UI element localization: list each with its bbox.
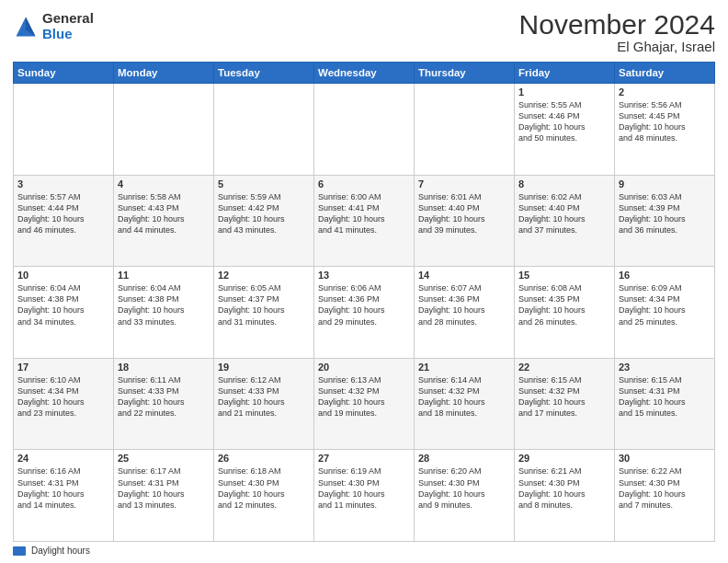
calendar-cell: 10Sunrise: 6:04 AMSunset: 4:38 PMDayligh… bbox=[14, 267, 114, 359]
calendar-cell: 16Sunrise: 6:09 AMSunset: 4:34 PMDayligh… bbox=[615, 267, 715, 359]
calendar-cell bbox=[314, 84, 415, 176]
day-detail: Sunrise: 6:03 AMSunset: 4:39 PMDaylight:… bbox=[619, 191, 711, 236]
calendar-week-row: 3Sunrise: 5:57 AMSunset: 4:44 PMDaylight… bbox=[14, 175, 715, 267]
day-detail: Sunrise: 6:08 AMSunset: 4:35 PMDaylight:… bbox=[518, 282, 610, 327]
day-number: 4 bbox=[118, 178, 210, 190]
logo-blue: Blue bbox=[42, 27, 94, 42]
day-detail: Sunrise: 6:16 AMSunset: 4:31 PMDaylight:… bbox=[17, 465, 109, 511]
calendar-cell: 8Sunrise: 6:02 AMSunset: 4:40 PMDaylight… bbox=[515, 175, 615, 267]
calendar-cell: 23Sunrise: 6:15 AMSunset: 4:31 PMDayligh… bbox=[615, 358, 715, 450]
legend-color bbox=[13, 546, 26, 556]
day-detail: Sunrise: 6:14 AMSunset: 4:32 PMDaylight:… bbox=[418, 374, 510, 419]
calendar-cell: 26Sunrise: 6:18 AMSunset: 4:30 PMDayligh… bbox=[214, 450, 314, 542]
day-detail: Sunrise: 6:21 AMSunset: 4:30 PMDaylight:… bbox=[518, 465, 610, 511]
calendar-cell: 30Sunrise: 6:22 AMSunset: 4:30 PMDayligh… bbox=[615, 450, 715, 542]
calendar-cell: 6Sunrise: 6:00 AMSunset: 4:41 PMDaylight… bbox=[314, 175, 415, 267]
calendar-day-header: Sunday bbox=[14, 63, 114, 84]
calendar-table: SundayMondayTuesdayWednesdayThursdayFrid… bbox=[13, 62, 715, 542]
day-number: 25 bbox=[118, 453, 210, 464]
day-detail: Sunrise: 5:57 AMSunset: 4:44 PMDaylight:… bbox=[17, 191, 109, 236]
logo-icon bbox=[13, 14, 39, 40]
day-detail: Sunrise: 6:22 AMSunset: 4:30 PMDaylight:… bbox=[619, 465, 711, 511]
calendar-cell: 12Sunrise: 6:05 AMSunset: 4:37 PMDayligh… bbox=[214, 267, 314, 359]
day-number: 20 bbox=[318, 362, 410, 373]
header: General Blue November 2024 El Ghajar, Is… bbox=[13, 11, 715, 54]
calendar-cell: 19Sunrise: 6:12 AMSunset: 4:33 PMDayligh… bbox=[214, 358, 314, 450]
day-number: 15 bbox=[518, 270, 610, 281]
day-number: 14 bbox=[418, 270, 510, 281]
day-detail: Sunrise: 6:04 AMSunset: 4:38 PMDaylight:… bbox=[17, 282, 109, 327]
calendar-cell bbox=[14, 84, 114, 176]
day-number: 27 bbox=[318, 453, 410, 464]
day-detail: Sunrise: 6:18 AMSunset: 4:30 PMDaylight:… bbox=[218, 465, 310, 511]
day-number: 5 bbox=[218, 178, 310, 190]
day-number: 29 bbox=[518, 453, 610, 464]
day-detail: Sunrise: 6:11 AMSunset: 4:33 PMDaylight:… bbox=[118, 374, 210, 419]
calendar-day-header: Thursday bbox=[415, 63, 515, 84]
calendar-cell: 15Sunrise: 6:08 AMSunset: 4:35 PMDayligh… bbox=[515, 267, 615, 359]
day-detail: Sunrise: 6:13 AMSunset: 4:32 PMDaylight:… bbox=[318, 374, 410, 419]
calendar-cell: 14Sunrise: 6:07 AMSunset: 4:36 PMDayligh… bbox=[415, 267, 515, 359]
day-detail: Sunrise: 6:10 AMSunset: 4:34 PMDaylight:… bbox=[17, 374, 109, 419]
calendar-cell: 1Sunrise: 5:55 AMSunset: 4:46 PMDaylight… bbox=[515, 84, 615, 176]
day-number: 2 bbox=[619, 86, 711, 98]
calendar-day-header: Saturday bbox=[615, 63, 715, 84]
day-number: 7 bbox=[418, 178, 510, 190]
day-detail: Sunrise: 6:05 AMSunset: 4:37 PMDaylight:… bbox=[218, 282, 310, 327]
day-number: 17 bbox=[17, 362, 109, 373]
calendar-cell: 4Sunrise: 5:58 AMSunset: 4:43 PMDaylight… bbox=[114, 175, 214, 267]
day-number: 21 bbox=[418, 362, 510, 373]
day-number: 9 bbox=[619, 178, 711, 190]
day-number: 16 bbox=[619, 270, 711, 281]
page-title: November 2024 bbox=[519, 11, 715, 39]
day-number: 1 bbox=[518, 86, 610, 98]
day-number: 11 bbox=[118, 270, 210, 281]
calendar-cell: 3Sunrise: 5:57 AMSunset: 4:44 PMDaylight… bbox=[14, 175, 114, 267]
calendar-header-row: SundayMondayTuesdayWednesdayThursdayFrid… bbox=[14, 63, 715, 84]
calendar-cell bbox=[114, 84, 214, 176]
calendar-cell: 17Sunrise: 6:10 AMSunset: 4:34 PMDayligh… bbox=[14, 358, 114, 450]
day-detail: Sunrise: 6:07 AMSunset: 4:36 PMDaylight:… bbox=[418, 282, 510, 327]
day-number: 30 bbox=[619, 453, 711, 464]
page: General Blue November 2024 El Ghajar, Is… bbox=[0, 0, 728, 563]
calendar-cell: 25Sunrise: 6:17 AMSunset: 4:31 PMDayligh… bbox=[114, 450, 214, 542]
calendar-cell: 24Sunrise: 6:16 AMSunset: 4:31 PMDayligh… bbox=[14, 450, 114, 542]
day-number: 19 bbox=[218, 362, 310, 373]
calendar-cell bbox=[415, 84, 515, 176]
legend: Daylight hours bbox=[13, 546, 715, 556]
calendar-cell: 21Sunrise: 6:14 AMSunset: 4:32 PMDayligh… bbox=[415, 358, 515, 450]
day-number: 8 bbox=[518, 178, 610, 190]
day-detail: Sunrise: 5:58 AMSunset: 4:43 PMDaylight:… bbox=[118, 191, 210, 236]
calendar-cell: 11Sunrise: 6:04 AMSunset: 4:38 PMDayligh… bbox=[114, 267, 214, 359]
calendar-cell: 5Sunrise: 5:59 AMSunset: 4:42 PMDaylight… bbox=[214, 175, 314, 267]
calendar-week-row: 24Sunrise: 6:16 AMSunset: 4:31 PMDayligh… bbox=[14, 450, 715, 542]
day-number: 6 bbox=[318, 178, 410, 190]
day-detail: Sunrise: 6:20 AMSunset: 4:30 PMDaylight:… bbox=[418, 465, 510, 511]
calendar-day-header: Tuesday bbox=[214, 63, 314, 84]
calendar-week-row: 10Sunrise: 6:04 AMSunset: 4:38 PMDayligh… bbox=[14, 267, 715, 359]
page-subtitle: El Ghajar, Israel bbox=[519, 39, 715, 54]
day-detail: Sunrise: 6:00 AMSunset: 4:41 PMDaylight:… bbox=[318, 191, 410, 236]
day-detail: Sunrise: 6:06 AMSunset: 4:36 PMDaylight:… bbox=[318, 282, 410, 327]
calendar-day-header: Monday bbox=[114, 63, 214, 84]
logo: General Blue bbox=[13, 11, 94, 41]
calendar-day-header: Wednesday bbox=[314, 63, 415, 84]
day-detail: Sunrise: 5:55 AMSunset: 4:46 PMDaylight:… bbox=[518, 99, 610, 144]
calendar-cell: 18Sunrise: 6:11 AMSunset: 4:33 PMDayligh… bbox=[114, 358, 214, 450]
calendar-cell: 27Sunrise: 6:19 AMSunset: 4:30 PMDayligh… bbox=[314, 450, 415, 542]
day-detail: Sunrise: 6:01 AMSunset: 4:40 PMDaylight:… bbox=[418, 191, 510, 236]
day-number: 26 bbox=[218, 453, 310, 464]
day-detail: Sunrise: 5:56 AMSunset: 4:45 PMDaylight:… bbox=[619, 99, 711, 144]
calendar-cell: 7Sunrise: 6:01 AMSunset: 4:40 PMDaylight… bbox=[415, 175, 515, 267]
day-number: 28 bbox=[418, 453, 510, 464]
day-number: 13 bbox=[318, 270, 410, 281]
day-number: 10 bbox=[17, 270, 109, 281]
legend-label: Daylight hours bbox=[31, 546, 90, 556]
day-number: 12 bbox=[218, 270, 310, 281]
calendar-cell: 22Sunrise: 6:15 AMSunset: 4:32 PMDayligh… bbox=[515, 358, 615, 450]
calendar-cell bbox=[214, 84, 314, 176]
calendar-cell: 9Sunrise: 6:03 AMSunset: 4:39 PMDaylight… bbox=[615, 175, 715, 267]
day-number: 23 bbox=[619, 362, 711, 373]
calendar-cell: 2Sunrise: 5:56 AMSunset: 4:45 PMDaylight… bbox=[615, 84, 715, 176]
day-number: 3 bbox=[17, 178, 109, 190]
